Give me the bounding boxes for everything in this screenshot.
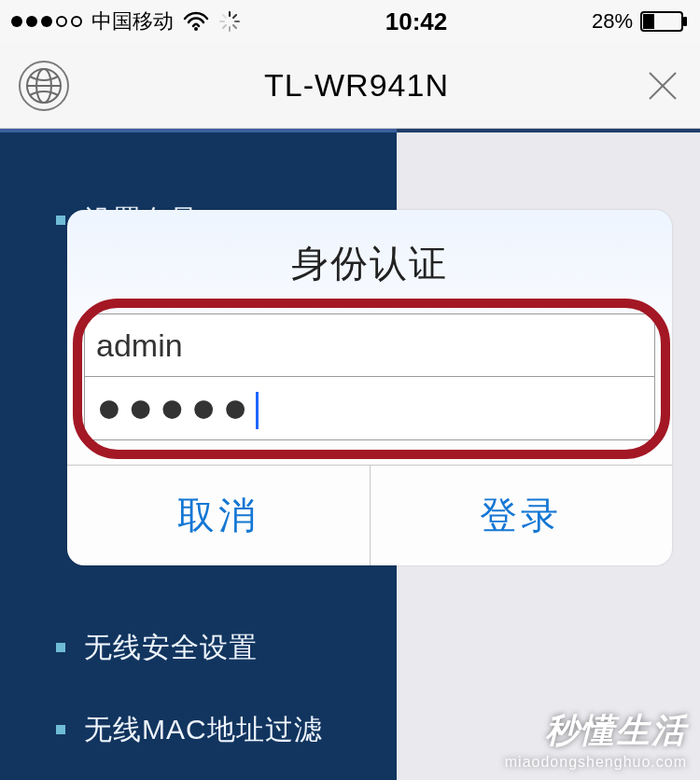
sidebar-item-wireless-advanced[interactable]: 无线高级设置 bbox=[56, 771, 397, 780]
bullet-icon bbox=[56, 216, 65, 225]
svg-rect-10 bbox=[643, 14, 654, 29]
sidebar-item-wireless-mac-filter[interactable]: 无线MAC地址过滤 bbox=[56, 689, 397, 771]
wifi-icon bbox=[183, 11, 209, 32]
page-title: TL-WR941N bbox=[264, 67, 449, 104]
browser-bar: TL-WR941N bbox=[0, 43, 700, 129]
auth-buttons: 取消 登录 bbox=[67, 465, 672, 565]
svg-point-0 bbox=[194, 27, 198, 31]
battery-icon bbox=[640, 11, 689, 32]
bullet-icon bbox=[56, 643, 65, 652]
loading-spinner-icon bbox=[218, 10, 241, 33]
globe-icon[interactable] bbox=[19, 61, 69, 111]
bullet-icon bbox=[56, 725, 65, 734]
password-field[interactable]: ●●●●● bbox=[84, 377, 655, 440]
status-left: 中国移动 bbox=[11, 7, 241, 35]
signal-strength-icon bbox=[11, 16, 82, 27]
sidebar-item-label: 无线MAC地址过滤 bbox=[84, 711, 323, 749]
auth-modal-title: 身份认证 bbox=[67, 210, 672, 313]
watermark: 秒懂生活 miaodongshenghuo.com bbox=[505, 708, 687, 771]
device-screen: 中国移动 10:42 bbox=[0, 0, 700, 780]
carrier-label: 中国移动 bbox=[91, 7, 174, 35]
svg-rect-11 bbox=[683, 17, 687, 26]
password-masked-value: ●●●●● bbox=[96, 383, 254, 431]
status-time: 10:42 bbox=[385, 7, 448, 36]
svg-line-2 bbox=[233, 15, 236, 18]
auth-modal: 身份认证 ●●●●● 取消 登录 bbox=[67, 210, 672, 565]
text-caret bbox=[256, 392, 259, 429]
svg-line-4 bbox=[233, 25, 236, 28]
status-right: 28% bbox=[592, 9, 689, 34]
status-bar: 中国移动 10:42 bbox=[0, 0, 700, 43]
sidebar-item-label: 无线安全设置 bbox=[84, 629, 258, 667]
battery-percent: 28% bbox=[592, 9, 633, 34]
svg-line-8 bbox=[223, 15, 226, 18]
watermark-url: miaodongshenghuo.com bbox=[505, 754, 687, 771]
auth-fields: ●●●●● bbox=[67, 313, 672, 465]
svg-line-6 bbox=[223, 25, 226, 28]
username-field[interactable] bbox=[84, 313, 655, 377]
close-icon[interactable] bbox=[644, 67, 681, 104]
login-button[interactable]: 登录 bbox=[370, 466, 673, 565]
cancel-button[interactable]: 取消 bbox=[67, 466, 370, 565]
watermark-text: 秒懂生活 bbox=[505, 708, 687, 754]
sidebar-item-wireless-security[interactable]: 无线安全设置 bbox=[56, 606, 397, 689]
